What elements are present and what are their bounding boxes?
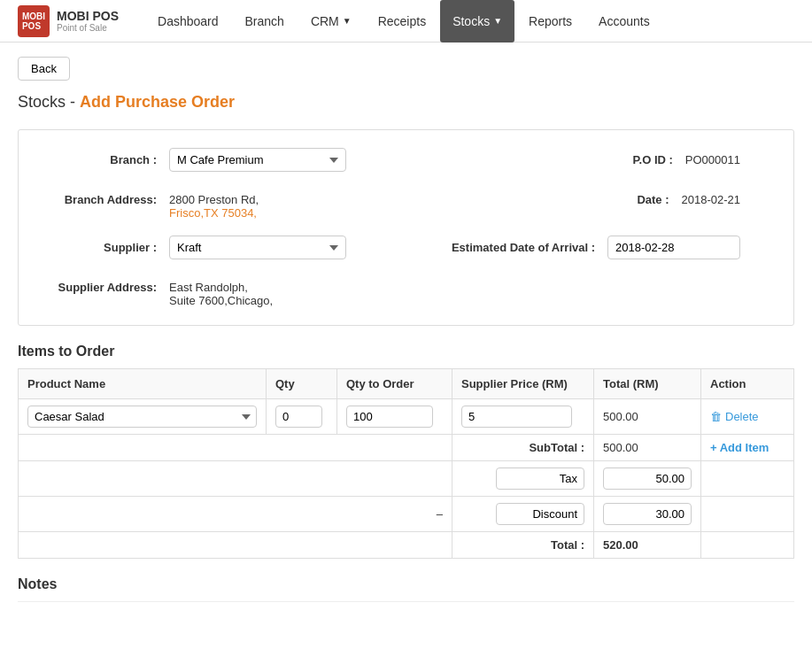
nav-item-reports[interactable]: Reports [516,0,584,42]
brand-subtitle: Point of Sale [57,23,119,33]
discount-input[interactable] [603,503,692,525]
nav-item-branch[interactable]: Branch [233,0,297,42]
add-item-button[interactable]: + Add Item [710,441,769,454]
cell-product: Caesar Salad [19,399,267,435]
tax-label-cell [452,461,594,497]
navbar: MOBIPOS MOBI POS Point of Sale Dashboard… [0,0,812,42]
table-row: Caesar Salad 500.00 🗑 [19,399,794,435]
dash-symbol: – [437,507,443,521]
subtotal-label-cell: SubTotal : [452,435,594,461]
date-label: Date : [611,188,682,206]
tax-value-cell [594,461,701,497]
total-empty [19,532,452,559]
total-label-cell: Total : [452,532,594,559]
notes-divider [18,601,794,602]
page-title-suffix: Purchase Order [111,93,235,111]
delete-button[interactable]: 🗑 Delete [710,410,759,423]
notes-title: Notes [18,576,794,592]
discount-action-empty [701,497,794,532]
form-row-supplier-arrival: Supplier : Kraft Estimated Date of Arriv… [36,236,767,259]
tax-row [19,461,794,497]
items-table: Product Name Qty Qty to Order Supplier P… [18,368,794,559]
form-section: Branch : M Cafe Premium P.O ID : PO00001… [18,129,794,326]
date-value: 2018-02-21 [682,188,741,206]
branch-address-line1: 2800 Preston Rd, [169,193,259,206]
supplier-price-input[interactable] [461,406,572,428]
col-total: Total (RM) [594,369,701,399]
tax-empty [19,461,452,497]
trash-icon: 🗑 [710,410,722,423]
total-row: Total : 520.00 [19,532,794,559]
add-item-cell: + Add Item [701,435,794,461]
form-left-branch: Branch : M Cafe Premium [36,148,389,172]
nav-item-stocks[interactable]: Stocks ▼ [440,0,514,42]
form-right-arrival: Estimated Date of Arrival : [389,236,768,259]
branch-label: Branch : [36,148,169,166]
brand-logo-container: MOBIPOS MOBI POS Point of Sale [18,5,119,37]
est-arrival-input[interactable] [607,236,740,259]
poid-label: P.O ID : [615,148,685,166]
form-left-supplier: Supplier : Kraft [36,236,389,259]
supplier-address-line1: East Randolph, [169,281,273,294]
back-button[interactable]: Back [18,57,70,81]
delete-label: Delete [725,410,759,423]
brand-logo: MOBIPOS [18,5,50,37]
notes-section: Notes [18,576,794,602]
tax-input[interactable] [603,467,692,490]
branch-select[interactable]: M Cafe Premium [169,148,346,172]
product-select[interactable]: Caesar Salad [27,406,257,428]
branch-address-value: 2800 Preston Rd, Frisco,TX 75034, [169,188,259,220]
subtotal-label: SubTotal : [529,441,584,454]
qty-to-order-input[interactable] [346,406,433,428]
supplier-address-line2: Suite 7600,Chicago, [169,294,273,307]
subtotal-empty [19,435,452,461]
nav-item-receipts[interactable]: Receipts [366,0,438,42]
qty-input[interactable] [275,406,322,428]
discount-value-cell [594,497,701,532]
form-left-supplier-address: Supplier Address: East Randolph, Suite 7… [36,275,402,307]
items-section: Items to Order Product Name Qty Qty to O… [18,344,794,559]
nav-item-dashboard[interactable]: Dashboard [145,0,231,42]
branch-address-label: Branch Address: [36,188,169,206]
branch-select-wrapper: M Cafe Premium [169,148,346,172]
page-content: Back Stocks - Add Purchase Order Branch … [0,42,812,634]
supplier-label: Supplier : [36,236,169,254]
tax-label-input[interactable] [496,467,584,490]
page-title-highlight: Add [80,93,111,111]
nav-item-accounts[interactable]: Accounts [586,0,662,42]
page-title-prefix: Stocks - [18,93,80,111]
cell-qty [267,399,337,435]
brand-name: MOBI POS [57,9,119,23]
supplier-select[interactable]: Kraft [169,236,346,259]
est-arrival-label: Estimated Date of Arrival : [430,236,607,254]
discount-label-cell [452,497,594,532]
subtotal-value: 500.00 [594,435,701,461]
form-right-date: Date : 2018-02-21 [389,188,768,206]
brand-logo-text: MOBIPOS [22,12,45,31]
supplier-select-wrapper: Kraft [169,236,346,259]
supplier-address-label: Supplier Address: [36,275,169,294]
brand-info: MOBI POS Point of Sale [57,9,119,33]
items-title: Items to Order [18,344,794,359]
col-product-name: Product Name [19,369,267,399]
subtotal-row: SubTotal : 500.00 + Add Item [19,435,794,461]
form-row-supplier-address: Supplier Address: East Randolph, Suite 7… [36,275,767,307]
crm-caret: ▼ [343,16,352,26]
form-row-branch-poid: Branch : M Cafe Premium P.O ID : PO00001… [36,148,767,172]
col-action: Action [701,369,794,399]
nav-item-crm[interactable]: CRM ▼ [298,0,364,42]
table-header-row: Product Name Qty Qty to Order Supplier P… [19,369,794,399]
col-supplier-price: Supplier Price (RM) [452,369,594,399]
total-label: Total : [551,538,584,552]
nav-links: Dashboard Branch CRM ▼ Receipts Stocks ▼… [145,0,662,42]
col-qty-to-order: Qty to Order [337,369,452,399]
cell-supplier-price [452,399,594,435]
supplier-address-value: East Randolph, Suite 7600,Chicago, [169,275,273,307]
discount-label-input[interactable] [496,503,584,525]
form-right-poid: P.O ID : PO000011 [389,148,768,166]
cell-action: 🗑 Delete [701,399,794,435]
cell-qty-to-order [337,399,452,435]
poid-value: PO000011 [685,148,740,166]
form-left-address: Branch Address: 2800 Preston Rd, Frisco,… [36,188,389,220]
total-value: 520.00 [594,532,701,559]
